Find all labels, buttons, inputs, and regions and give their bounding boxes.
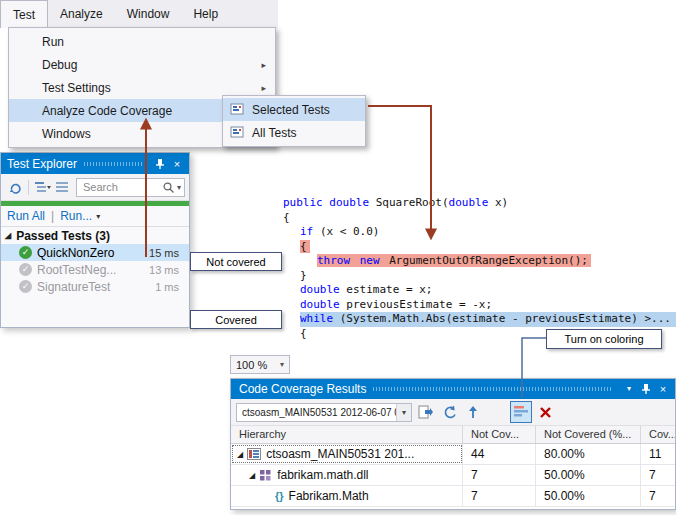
- menu-item-label: Debug: [42, 58, 77, 72]
- code-line: {: [283, 211, 676, 226]
- run-menu-link[interactable]: Run...: [60, 209, 92, 223]
- code-area[interactable]: public double SquareRoot(double x){if (x…: [230, 192, 676, 352]
- menu-item-run[interactable]: Run: [9, 30, 275, 53]
- menu-test[interactable]: Test: [0, 0, 48, 28]
- code-coverage-results-panel: Code Coverage Results ▾ × ctsoasm_MAIN50…: [230, 378, 676, 510]
- hierarchy-name: fabrikam.math.dll: [277, 468, 368, 482]
- expander-icon[interactable]: ◢: [237, 450, 243, 459]
- not-covered-pct-value: 80.00%: [536, 444, 641, 464]
- coverage-run-name: ctsoasm_MAIN50531 2012-06-07 02...: [242, 407, 396, 418]
- submenu-item-selected-tests[interactable]: Selected Tests: [223, 98, 365, 121]
- expander-icon[interactable]: ◢: [249, 471, 255, 480]
- table-row[interactable]: {} Fabrikam.Math 7 50.00% 7: [231, 486, 675, 507]
- code-line: }: [300, 269, 676, 284]
- menu-item-label: All Tests: [252, 126, 296, 140]
- code-line: public double SquareRoot(double x): [283, 196, 676, 211]
- code-line: while (System.Math.Abs(estimate - previo…: [300, 312, 676, 327]
- covered-value: 7: [641, 486, 675, 506]
- code-line: double previousEstimate = -x;: [300, 298, 676, 313]
- menu-item-label: Test Settings: [42, 81, 111, 95]
- coverage-test-icon: [230, 125, 244, 142]
- test-row-quicknonzero[interactable]: ✓ QuickNonZero 15 ms: [1, 244, 189, 261]
- table-row[interactable]: ◢ ctsoasm_MAIN50531 201... 44 80.00% 11: [231, 444, 675, 465]
- menu-window[interactable]: Window: [115, 0, 182, 28]
- menu-bar: Test Analyze Window Help: [0, 0, 278, 28]
- covered-value: 11: [641, 444, 675, 464]
- coverage-titlebar: Code Coverage Results ▾ ×: [231, 379, 675, 399]
- test-passed-icon: ✓: [19, 280, 32, 293]
- run-links-row: Run All | Run... ▾: [1, 206, 189, 227]
- test-passed-icon: ✓: [19, 263, 32, 276]
- pin-icon[interactable]: [639, 382, 653, 396]
- remove-results-button[interactable]: [534, 401, 556, 423]
- toolbar-separator: [28, 180, 29, 195]
- not-covered-value: 7: [463, 486, 536, 506]
- assembly-icon: [259, 469, 272, 482]
- coverage-toolbar: ctsoasm_MAIN50531 2012-06-07 02... ▾: [231, 399, 675, 426]
- chevron-down-icon[interactable]: ▾: [177, 183, 181, 192]
- close-icon[interactable]: ×: [170, 157, 184, 171]
- export-results-button[interactable]: [462, 401, 484, 423]
- test-duration: 1 ms: [155, 281, 179, 293]
- group-by-button[interactable]: [32, 177, 52, 197]
- column-header-not-covered-pct[interactable]: Not Covered (%...: [536, 426, 641, 443]
- pin-icon[interactable]: [153, 157, 167, 171]
- column-header-not-covered[interactable]: Not Cov...: [463, 426, 536, 443]
- coverage-report-icon: [247, 447, 261, 461]
- coverage-test-icon: [230, 102, 244, 119]
- coverage-run-selector[interactable]: ctsoasm_MAIN50531 2012-06-07 02... ▾: [236, 403, 412, 422]
- group-label: Passed Tests (3): [16, 229, 110, 243]
- search-input[interactable]: Search ▾: [76, 178, 185, 197]
- code-line: {: [300, 240, 676, 255]
- refresh-icon[interactable]: [5, 177, 25, 197]
- menu-item-label: Selected Tests: [252, 103, 330, 117]
- callout-covered: Covered: [190, 310, 282, 329]
- import-results-button[interactable]: [414, 401, 436, 423]
- show-coloring-button[interactable]: [510, 401, 532, 423]
- close-icon[interactable]: ×: [656, 382, 670, 396]
- submenu-arrow-icon: ▸: [261, 83, 266, 93]
- coverage-table-header: Hierarchy Not Cov... Not Covered (%... C…: [231, 426, 675, 444]
- chevron-down-icon[interactable]: ▾: [96, 212, 100, 221]
- view-options-button[interactable]: [52, 177, 72, 197]
- callout-turn-on-coloring: Turn on coloring: [546, 329, 662, 349]
- menu-item-label: Windows: [42, 127, 91, 141]
- table-row[interactable]: ◢ fabrikam.math.dll 7 50.00% 7: [231, 465, 675, 486]
- column-header-covered[interactable]: Cov...: [641, 426, 675, 443]
- submenu-arrow-icon: ▸: [261, 60, 266, 70]
- code-line: if (x < 0.0): [300, 225, 676, 240]
- zoom-dropdown[interactable]: 100 % ▾: [230, 355, 290, 374]
- test-explorer-panel: Test Explorer × Search ▾: [0, 152, 190, 328]
- chevron-down-icon[interactable]: ▾: [396, 404, 411, 421]
- window-position-icon[interactable]: ▾: [622, 382, 636, 396]
- test-name: SignatureTest: [37, 280, 155, 294]
- run-all-link[interactable]: Run All: [7, 209, 45, 223]
- submenu-item-all-tests[interactable]: All Tests: [223, 121, 365, 144]
- test-passed-icon: ✓: [19, 246, 32, 259]
- menu-item-debug[interactable]: Debug ▸: [9, 53, 275, 76]
- callout-not-covered: Not covered: [190, 252, 282, 271]
- column-header-hierarchy[interactable]: Hierarchy: [231, 426, 463, 443]
- zoom-level: 100 %: [236, 359, 280, 371]
- merge-results-button[interactable]: [438, 401, 460, 423]
- not-covered-value: 44: [463, 444, 536, 464]
- expander-icon[interactable]: ◢: [5, 231, 11, 240]
- test-duration: 15 ms: [149, 247, 179, 259]
- code-line: throw new ArgumentOutOfRangeException();: [317, 254, 676, 269]
- test-explorer-toolbar: Search ▾: [1, 174, 189, 201]
- menu-analyze[interactable]: Analyze: [48, 0, 115, 28]
- passed-tests-group[interactable]: ◢ Passed Tests (3): [1, 227, 189, 244]
- test-row-roottestneg[interactable]: ✓ RootTestNeg... 13 ms: [1, 261, 189, 278]
- covered-value: 7: [641, 465, 675, 485]
- panel-title: Code Coverage Results: [239, 382, 366, 396]
- link-separator: |: [51, 209, 54, 223]
- search-placeholder: Search: [83, 181, 162, 193]
- chevron-down-icon: ▾: [280, 360, 284, 369]
- test-row-signaturetest[interactable]: ✓ SignatureTest 1 ms: [1, 278, 189, 295]
- not-covered-pct-value: 50.00%: [536, 465, 641, 485]
- search-icon: [162, 181, 175, 194]
- titlebar-grip: [373, 387, 612, 391]
- menu-help[interactable]: Help: [181, 0, 230, 28]
- test-name: QuickNonZero: [37, 246, 149, 260]
- panel-title: Test Explorer: [7, 157, 77, 171]
